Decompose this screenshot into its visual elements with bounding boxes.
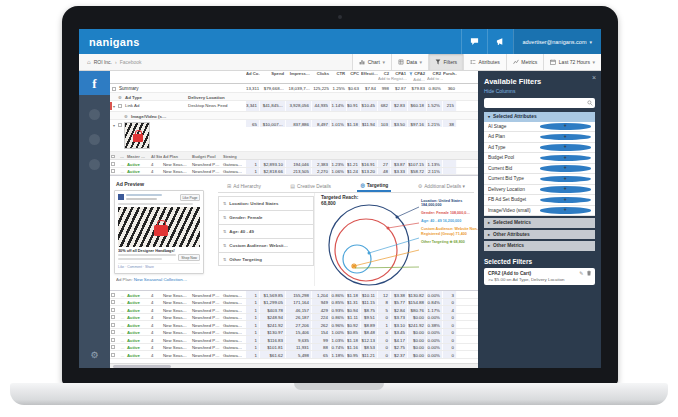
column-header[interactable]: Impress… <box>286 71 312 83</box>
row-menu-icon[interactable]: … <box>119 329 126 336</box>
targeting-item[interactable]: ⇅Gender: Female <box>218 210 314 224</box>
attribute-item[interactable]: Delivery Location + <box>484 185 595 196</box>
creative-thumbnail[interactable] <box>124 122 150 149</box>
delete-icon[interactable] <box>586 270 592 276</box>
section-selected-metrics[interactable]: ▸ Selected Metrics <box>484 218 595 228</box>
search-input[interactable] <box>484 98 595 108</box>
row-checkbox[interactable] <box>111 315 115 319</box>
row-menu-icon[interactable]: … <box>119 336 126 343</box>
column-header[interactable]: AI Stage <box>150 152 162 159</box>
column-header[interactable]: Strateg <box>222 152 246 159</box>
row-menu-icon[interactable]: … <box>119 160 126 167</box>
gear-icon[interactable]: ⚙ <box>79 350 110 360</box>
column-header[interactable]: CPC <box>347 71 361 83</box>
row-menu-icon[interactable]: … <box>119 306 126 313</box>
date-range-button[interactable]: Last 72 Hours ▾ <box>543 54 601 70</box>
table-row[interactable]: … Active 4 New Seas… Newsfeed P… Gatewa…… <box>110 160 478 168</box>
table-row[interactable]: … Active 4 New Seas… Newsfeed P… Gatewa…… <box>110 329 478 337</box>
add-filter-icon[interactable]: + <box>540 134 592 141</box>
row-checkbox[interactable] <box>111 293 115 297</box>
row-menu-icon[interactable]: … <box>119 168 126 175</box>
group-row-ad-type[interactable]: ⊕ Ad Type Delivery Location <box>110 93 478 101</box>
row-checkbox[interactable] <box>111 169 115 173</box>
row-checkbox[interactable] <box>111 308 115 312</box>
column-header[interactable]: Ad Plan <box>162 152 191 159</box>
column-header[interactable]: CPA1Regist… <box>391 71 408 83</box>
section-selected-attributes[interactable]: ▾ Selected Attributes <box>484 112 595 122</box>
close-icon[interactable]: × <box>592 74 596 81</box>
link-ad-row[interactable]: ▾ Link Ad Desktop News Feed 3,341$41,845… <box>110 101 478 112</box>
tab-ad-hierarchy[interactable]: ⊞Ad Hierarchy <box>224 180 264 192</box>
row-checkbox[interactable] <box>118 123 122 127</box>
column-header[interactable]: CPA2Add… <box>408 71 427 83</box>
sidebar-item-facebook[interactable]: f <box>79 71 110 95</box>
add-filter-icon[interactable]: + <box>540 144 592 151</box>
column-header[interactable]: C2Add to … <box>378 71 391 83</box>
section-other-metrics[interactable]: ▸ Other Metrics <box>484 241 595 251</box>
hide-columns-link[interactable]: Hide Columns <box>484 88 595 94</box>
horizontal-scrollbar[interactable] <box>110 363 478 368</box>
targeting-item[interactable]: ⇅Age: 40 - 49 <box>218 224 314 238</box>
targeting-item[interactable]: ⇅Custom Audience: Websit… <box>218 238 314 252</box>
tab-targeting[interactable]: ◎Targeting <box>357 180 391 192</box>
expand-icon[interactable]: ⊕ <box>124 114 128 119</box>
row-menu-icon[interactable]: … <box>119 351 126 358</box>
attribute-item[interactable]: Current Bid + <box>484 164 595 175</box>
row-checkbox[interactable] <box>111 330 115 334</box>
attribute-item[interactable]: Ad Type + <box>484 143 595 154</box>
section-other-attributes[interactable]: ▸ Other Attributes <box>484 230 595 240</box>
column-header[interactable]: Spend <box>260 71 286 83</box>
breadcrumb-site[interactable]: ROI Inc. <box>94 59 112 65</box>
row-menu-icon[interactable]: … <box>119 314 126 321</box>
expand-icon[interactable]: ⊕ <box>118 95 122 100</box>
add-filter-icon[interactable]: + <box>540 186 592 193</box>
attribute-item[interactable]: AI Stage + <box>484 122 595 133</box>
table-row[interactable]: … Active 4 New Seas… Newsfeed P… Gatewa…… <box>110 344 478 352</box>
column-header[interactable]: Effecti… <box>361 71 378 83</box>
filter-search[interactable] <box>484 98 595 108</box>
tab-creative-details[interactable]: ▤Creative Details <box>287 180 334 192</box>
select-all-checkbox[interactable] <box>111 155 115 159</box>
breadcrumb-channel[interactable]: Facebook <box>120 59 142 65</box>
add-filter-icon[interactable]: + <box>540 123 592 130</box>
attribute-item[interactable]: FB Ad Set Budget + <box>484 195 595 206</box>
table-row[interactable]: … Active 4 New Seas… Newsfeed P… Gatewa…… <box>110 299 478 307</box>
sidebar-item-inactive[interactable] <box>89 134 100 145</box>
row-checkbox[interactable] <box>111 338 115 342</box>
chat-icon[interactable] <box>461 29 487 54</box>
column-header[interactable]: Ad Co… <box>246 71 260 83</box>
add-filter-icon[interactable]: + <box>540 165 592 172</box>
add-filter-icon[interactable]: + <box>540 197 592 204</box>
table-row[interactable]: … Active 4 New Seas… Newsfeed P… Gatewa…… <box>110 314 478 322</box>
table-row[interactable]: … Active 4 New Seas… Newsfeed P… Gatewa…… <box>110 291 478 299</box>
edit-icon[interactable]: ✎ <box>579 270 583 276</box>
row-checkbox[interactable] <box>111 323 115 327</box>
attribute-item[interactable]: Ad Plan + <box>484 132 595 143</box>
tab-additional-details[interactable]: ⚙Additional Details ▾ <box>415 180 468 192</box>
collapse-icon[interactable]: ▾ <box>113 104 115 109</box>
attribute-item[interactable]: Current Bid Type + <box>484 174 595 185</box>
row-menu-icon[interactable]: … <box>119 299 126 306</box>
column-header[interactable]: CTR <box>331 71 347 83</box>
targeting-item[interactable]: ⇅Other Targeting <box>218 252 314 266</box>
sidebar-item-inactive[interactable] <box>89 159 100 170</box>
row-checkbox[interactable] <box>118 104 122 108</box>
row-checkbox[interactable] <box>111 162 115 166</box>
collapse-icon[interactable]: ▾ <box>113 123 115 128</box>
megaphone-icon[interactable] <box>487 29 513 54</box>
chart-button[interactable]: Chart ▾ <box>352 54 391 70</box>
home-icon[interactable]: ⌂ <box>87 59 91 65</box>
filters-button[interactable]: Filters <box>428 54 463 70</box>
shop-now-button[interactable]: Shop Now <box>178 254 200 261</box>
ad-footer-actions[interactable]: Like · Comment · Share <box>118 263 200 269</box>
table-row[interactable]: … Active 4 New Seas… Newsfeed P… Gatewa…… <box>110 306 478 314</box>
row-checkbox[interactable] <box>111 345 115 349</box>
row-menu-icon[interactable]: … <box>119 344 126 351</box>
scrollbar-thumb[interactable] <box>113 365 171 368</box>
column-header[interactable]: Purch… <box>443 71 457 83</box>
row-checkbox[interactable] <box>111 300 115 304</box>
attributes-button[interactable]: Attributes <box>463 54 506 70</box>
table-row[interactable]: … Active 4 New Seas… Newsfeed P… Gatewa…… <box>110 351 478 359</box>
group-row-image-video[interactable]: ⊕ Image/Video (s… <box>110 112 478 120</box>
add-filter-icon[interactable]: + <box>540 176 592 183</box>
